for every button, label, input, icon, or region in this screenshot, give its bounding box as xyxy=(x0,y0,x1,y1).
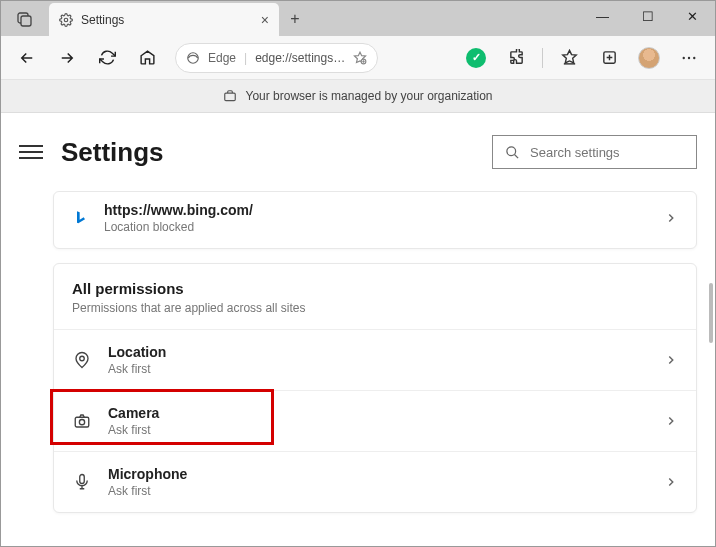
edge-logo-icon xyxy=(186,51,200,65)
all-permissions-title: All permissions xyxy=(72,280,678,297)
all-permissions-card: All permissions Permissions that are app… xyxy=(53,263,697,513)
recent-site-status: Location blocked xyxy=(104,220,253,234)
tab-title: Settings xyxy=(81,13,124,27)
back-button[interactable] xyxy=(9,40,45,76)
location-icon xyxy=(72,351,92,369)
scrollbar-thumb[interactable] xyxy=(709,283,713,343)
more-menu-button[interactable] xyxy=(671,40,707,76)
permission-row-location[interactable]: Location Ask first xyxy=(54,329,696,390)
svg-rect-9 xyxy=(225,93,236,101)
page-title: Settings xyxy=(61,137,164,168)
browser-toolbar: Edge | edge://settings… ✓ xyxy=(1,36,715,80)
grammarly-extension-icon[interactable]: ✓ xyxy=(458,40,494,76)
tab-actions-button[interactable] xyxy=(1,1,49,36)
recent-site-row[interactable]: https://www.bing.com/ Location blocked xyxy=(54,192,696,248)
maximize-button[interactable]: ☐ xyxy=(625,1,670,31)
camera-icon xyxy=(72,412,92,430)
forward-button[interactable] xyxy=(49,40,85,76)
favorite-star-icon[interactable] xyxy=(353,51,367,65)
svg-point-11 xyxy=(80,356,85,361)
permission-name: Camera xyxy=(108,405,159,421)
microphone-icon xyxy=(72,473,92,491)
chevron-right-icon xyxy=(664,475,678,489)
collections-button[interactable] xyxy=(591,40,627,76)
tab-close-button[interactable]: × xyxy=(261,12,269,28)
url-text: edge://settings… xyxy=(255,51,345,65)
recent-site-url: https://www.bing.com/ xyxy=(104,202,253,218)
minimize-button[interactable]: — xyxy=(580,1,625,31)
chevron-right-icon xyxy=(664,211,678,225)
svg-rect-12 xyxy=(75,417,89,427)
briefcase-icon xyxy=(223,89,237,103)
permission-name: Microphone xyxy=(108,466,187,482)
svg-point-8 xyxy=(693,56,695,58)
svg-point-2 xyxy=(64,18,68,22)
browser-tab[interactable]: Settings × xyxy=(49,3,279,36)
svg-point-7 xyxy=(688,56,690,58)
settings-header: Settings xyxy=(1,113,715,191)
svg-point-3 xyxy=(188,52,199,63)
svg-rect-14 xyxy=(80,475,85,484)
org-banner-text: Your browser is managed by your organiza… xyxy=(245,89,492,103)
permission-row-microphone[interactable]: Microphone Ask first xyxy=(54,451,696,512)
hamburger-menu-button[interactable] xyxy=(19,145,43,159)
chevron-right-icon xyxy=(664,414,678,428)
recent-activity-card: https://www.bing.com/ Location blocked xyxy=(53,191,697,249)
new-tab-button[interactable]: + xyxy=(279,1,311,36)
window-titlebar: Settings × + — ☐ ✕ xyxy=(1,1,715,36)
search-input[interactable] xyxy=(530,145,698,160)
address-bar[interactable]: Edge | edge://settings… xyxy=(175,43,378,73)
gear-icon xyxy=(59,13,73,27)
close-window-button[interactable]: ✕ xyxy=(670,1,715,31)
bing-icon xyxy=(72,209,90,227)
search-icon xyxy=(505,145,520,160)
permission-status: Ask first xyxy=(108,362,166,376)
svg-rect-1 xyxy=(21,16,31,26)
favorites-button[interactable] xyxy=(551,40,587,76)
window-controls: — ☐ ✕ xyxy=(580,1,715,31)
svg-point-6 xyxy=(683,56,685,58)
managed-org-banner: Your browser is managed by your organiza… xyxy=(1,80,715,113)
search-settings-box[interactable] xyxy=(492,135,697,169)
permission-row-camera[interactable]: Camera Ask first xyxy=(54,390,696,451)
edge-label: Edge xyxy=(208,51,236,65)
refresh-button[interactable] xyxy=(89,40,125,76)
profile-avatar[interactable] xyxy=(631,40,667,76)
permission-status: Ask first xyxy=(108,423,159,437)
svg-point-13 xyxy=(79,420,84,425)
all-permissions-subtitle: Permissions that are applied across all … xyxy=(72,301,678,315)
extensions-button[interactable] xyxy=(498,40,534,76)
chevron-right-icon xyxy=(664,353,678,367)
permission-name: Location xyxy=(108,344,166,360)
permission-status: Ask first xyxy=(108,484,187,498)
settings-content: https://www.bing.com/ Location blocked A… xyxy=(1,191,715,546)
home-button[interactable] xyxy=(129,40,165,76)
svg-point-10 xyxy=(507,146,516,155)
